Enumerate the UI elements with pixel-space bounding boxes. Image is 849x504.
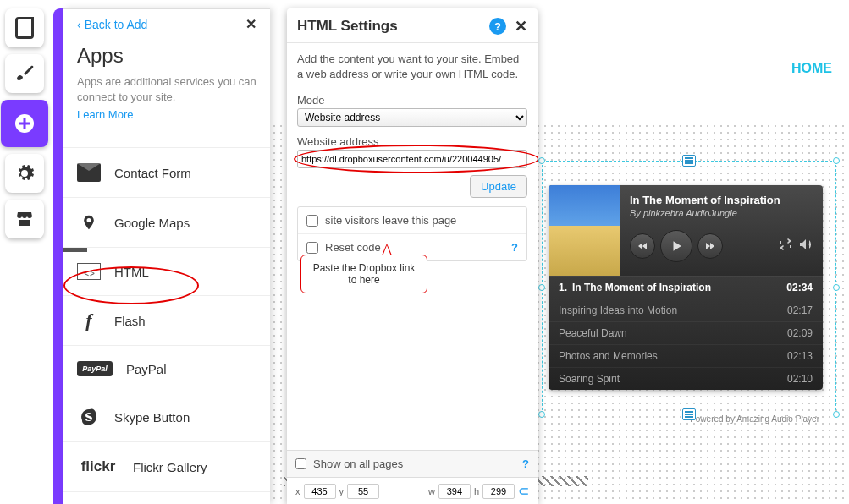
app-paypal[interactable]: PayPal PayPal — [63, 346, 270, 392]
reset-code-label: Reset code — [325, 241, 381, 254]
vertical-toolbar — [5, 8, 48, 245]
store-icon — [14, 209, 35, 229]
learn-more-link[interactable]: Learn More — [77, 108, 133, 121]
paypal-icon: PayPal — [77, 361, 113, 376]
resize-handle-bl[interactable] — [538, 411, 545, 418]
close-apps-panel[interactable]: ✕ — [245, 16, 256, 32]
options-box: site visitors leave this page Reset code… — [297, 206, 527, 261]
pages-button[interactable] — [5, 8, 44, 47]
track-byline: By pinkzebra AudioJungle — [630, 208, 813, 218]
apps-title: Apps — [77, 44, 256, 68]
page-icon — [15, 17, 34, 39]
mode-label: Mode — [297, 94, 527, 107]
track-duration: 02:10 — [787, 373, 813, 385]
app-skype[interactable]: Skype Button — [63, 392, 270, 442]
mode-select[interactable]: Website address — [297, 108, 527, 127]
track-duration: 02:13 — [787, 350, 813, 362]
design-button[interactable] — [5, 54, 44, 93]
coord-w-label: w — [428, 486, 435, 496]
track-duration: 02:17 — [787, 304, 813, 316]
playlist-row[interactable]: Inspiring Ideas into Motion02:17 — [549, 299, 823, 321]
coord-w-input[interactable] — [438, 484, 471, 499]
coord-h-input[interactable] — [482, 484, 515, 499]
next-button[interactable] — [697, 233, 723, 259]
reload-checkbox[interactable] — [306, 215, 318, 227]
resize-handle-r[interactable] — [833, 284, 840, 291]
panel-rail — [53, 8, 63, 504]
app-label: Google Maps — [114, 216, 190, 230]
repeat-button[interactable] — [779, 238, 792, 254]
back-label: Back to Add — [85, 18, 148, 31]
track-title: In The Moment of Inspiration — [630, 194, 813, 206]
playlist-row[interactable]: Photos and Memories02:13 — [549, 344, 823, 367]
volume-button[interactable] — [799, 238, 813, 254]
show-on-all-pages-label: Show on all pages — [313, 457, 403, 470]
track-duration: 02:09 — [787, 327, 813, 339]
resize-handle-tr[interactable] — [833, 157, 840, 164]
audio-player: In The Moment of Inspiration By pinkzebr… — [549, 185, 823, 390]
back-to-add-link[interactable]: ‹ Back to Add — [77, 18, 147, 31]
gear-icon — [14, 163, 35, 184]
app-html[interactable]: < > HTML — [63, 248, 270, 296]
nav-home[interactable]: HOME — [791, 61, 832, 76]
coord-x-input[interactable] — [304, 484, 336, 499]
app-label: HTML — [114, 265, 149, 279]
app-label: Skype Button — [114, 410, 190, 425]
coord-lock-button[interactable]: ⊂ — [518, 483, 529, 499]
close-settings-button[interactable]: ✕ — [515, 17, 527, 36]
brush-icon — [14, 63, 35, 84]
add-button[interactable] — [1, 100, 48, 147]
drag-grip-top[interactable] — [682, 155, 696, 167]
play-button[interactable] — [660, 230, 692, 262]
html-icon: < > — [77, 263, 101, 280]
playlist: 1.In The Moment of Inspiration02:34 Insp… — [549, 276, 823, 390]
app-contact-form[interactable]: Contact Form — [63, 148, 270, 198]
resize-handle-br[interactable] — [833, 411, 840, 418]
map-pin-icon — [77, 213, 101, 232]
playlist-row[interactable]: Peaceful Dawn02:09 — [549, 321, 823, 344]
skype-icon — [77, 408, 101, 426]
coords-bar: x y w h ⊂ — [287, 477, 538, 504]
app-label: Flash — [114, 314, 146, 328]
chevron-left-icon: ‹ — [77, 18, 81, 31]
reset-code-checkbox[interactable] — [306, 242, 318, 254]
coord-h-label: h — [474, 486, 479, 496]
settings-title: HTML Settings — [297, 18, 489, 35]
address-label: Website address — [297, 135, 527, 148]
update-button[interactable]: Update — [470, 175, 527, 198]
album-art — [549, 185, 620, 276]
playlist-row[interactable]: 1.In The Moment of Inspiration02:34 — [549, 276, 823, 299]
resize-handle-tl[interactable] — [538, 157, 545, 164]
apps-list: Contact Form Google Maps < > HTML f Flas… — [63, 147, 270, 492]
html-settings-panel: HTML Settings ? ✕ Add the content you wa… — [287, 8, 538, 504]
app-flickr[interactable]: flickr Flickr Gallery — [63, 442, 270, 492]
flash-icon: f — [77, 311, 101, 330]
flickr-icon: flickr — [77, 457, 119, 476]
envelope-icon — [77, 163, 101, 182]
prev-button[interactable] — [630, 233, 655, 259]
coord-y-input[interactable] — [347, 484, 379, 499]
show-on-all-pages-checkbox[interactable] — [295, 458, 306, 469]
show-all-help[interactable]: ? — [522, 457, 529, 470]
coord-y-label: y — [339, 486, 345, 496]
market-button[interactable] — [5, 200, 44, 238]
reset-help[interactable]: ? — [511, 241, 518, 254]
apps-panel: ‹ Back to Add ✕ Apps Apps are additional… — [63, 8, 270, 504]
coord-x-label: x — [295, 486, 300, 496]
app-label: PayPal — [126, 362, 167, 376]
help-button[interactable]: ? — [489, 18, 506, 35]
app-label: Flickr Gallery — [133, 460, 207, 474]
drag-grip-bottom[interactable] — [682, 408, 696, 420]
settings-button[interactable] — [5, 154, 44, 193]
resize-handle-l[interactable] — [538, 284, 545, 291]
annotation-bubble: Paste the Dropbox link to here — [300, 255, 427, 293]
apps-description: Apps are additional services you can con… — [77, 74, 256, 105]
settings-description: Add the content you want to your site. E… — [297, 52, 527, 82]
playlist-row[interactable]: Soaring Spirit02:10 — [549, 367, 823, 390]
track-duration: 02:34 — [786, 282, 813, 293]
app-label: Contact Form — [114, 166, 191, 180]
app-flash[interactable]: f Flash — [63, 296, 270, 346]
app-google-maps[interactable]: Google Maps — [63, 198, 270, 248]
website-address-input[interactable] — [297, 150, 527, 168]
reload-label: site visitors leave this page — [325, 214, 456, 227]
